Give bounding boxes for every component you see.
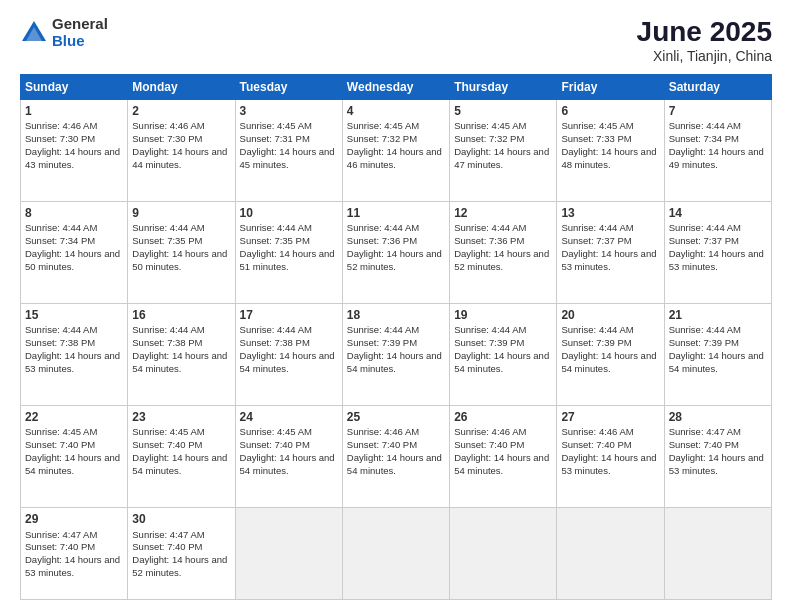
calendar-cell: 28Sunrise: 4:47 AMSunset: 7:40 PMDayligh…	[664, 406, 771, 508]
day-number: 10	[240, 205, 338, 221]
calendar-cell: 29Sunrise: 4:47 AMSunset: 7:40 PMDayligh…	[21, 508, 128, 600]
day-number: 11	[347, 205, 445, 221]
week-row: 22Sunrise: 4:45 AMSunset: 7:40 PMDayligh…	[21, 406, 772, 508]
day-number: 24	[240, 409, 338, 425]
calendar-cell: 22Sunrise: 4:45 AMSunset: 7:40 PMDayligh…	[21, 406, 128, 508]
daylight-label: Daylight: 14 hours and 46 minutes.	[347, 146, 442, 170]
day-header: Thursday	[450, 75, 557, 100]
calendar-cell: 9Sunrise: 4:44 AMSunset: 7:35 PMDaylight…	[128, 202, 235, 304]
sunset-label: Sunset: 7:40 PM	[561, 439, 631, 450]
day-number: 4	[347, 103, 445, 119]
sunrise-label: Sunrise: 4:44 AM	[132, 324, 204, 335]
calendar-cell: 18Sunrise: 4:44 AMSunset: 7:39 PMDayligh…	[342, 304, 449, 406]
calendar-cell: 20Sunrise: 4:44 AMSunset: 7:39 PMDayligh…	[557, 304, 664, 406]
sunset-label: Sunset: 7:40 PM	[240, 439, 310, 450]
day-number: 2	[132, 103, 230, 119]
sunset-label: Sunset: 7:37 PM	[561, 235, 631, 246]
sunrise-label: Sunrise: 4:45 AM	[454, 120, 526, 131]
sunrise-label: Sunrise: 4:47 AM	[132, 529, 204, 540]
daylight-label: Daylight: 14 hours and 43 minutes.	[25, 146, 120, 170]
sunset-label: Sunset: 7:32 PM	[454, 133, 524, 144]
calendar-cell: 15Sunrise: 4:44 AMSunset: 7:38 PMDayligh…	[21, 304, 128, 406]
sunrise-label: Sunrise: 4:44 AM	[347, 324, 419, 335]
sunset-label: Sunset: 7:38 PM	[240, 337, 310, 348]
calendar-cell	[235, 508, 342, 600]
day-number: 28	[669, 409, 767, 425]
header-row: SundayMondayTuesdayWednesdayThursdayFrid…	[21, 75, 772, 100]
daylight-label: Daylight: 14 hours and 54 minutes.	[240, 350, 335, 374]
week-row: 15Sunrise: 4:44 AMSunset: 7:38 PMDayligh…	[21, 304, 772, 406]
calendar-cell: 13Sunrise: 4:44 AMSunset: 7:37 PMDayligh…	[557, 202, 664, 304]
calendar-cell	[450, 508, 557, 600]
daylight-label: Daylight: 14 hours and 54 minutes.	[454, 350, 549, 374]
sunset-label: Sunset: 7:32 PM	[347, 133, 417, 144]
day-number: 20	[561, 307, 659, 323]
sunrise-label: Sunrise: 4:44 AM	[669, 324, 741, 335]
calendar-cell: 1Sunrise: 4:46 AMSunset: 7:30 PMDaylight…	[21, 100, 128, 202]
daylight-label: Daylight: 14 hours and 54 minutes.	[561, 350, 656, 374]
calendar-cell: 24Sunrise: 4:45 AMSunset: 7:40 PMDayligh…	[235, 406, 342, 508]
sunset-label: Sunset: 7:35 PM	[132, 235, 202, 246]
calendar-cell: 26Sunrise: 4:46 AMSunset: 7:40 PMDayligh…	[450, 406, 557, 508]
logo-icon	[20, 19, 48, 47]
sunset-label: Sunset: 7:39 PM	[561, 337, 631, 348]
sunset-label: Sunset: 7:40 PM	[454, 439, 524, 450]
daylight-label: Daylight: 14 hours and 53 minutes.	[561, 452, 656, 476]
calendar-cell	[664, 508, 771, 600]
day-number: 23	[132, 409, 230, 425]
sunrise-label: Sunrise: 4:44 AM	[132, 222, 204, 233]
day-number: 15	[25, 307, 123, 323]
logo-general: General	[52, 16, 108, 33]
day-number: 6	[561, 103, 659, 119]
daylight-label: Daylight: 14 hours and 48 minutes.	[561, 146, 656, 170]
daylight-label: Daylight: 14 hours and 51 minutes.	[240, 248, 335, 272]
day-number: 14	[669, 205, 767, 221]
calendar-cell: 3Sunrise: 4:45 AMSunset: 7:31 PMDaylight…	[235, 100, 342, 202]
sunset-label: Sunset: 7:40 PM	[132, 541, 202, 552]
sunset-label: Sunset: 7:34 PM	[669, 133, 739, 144]
day-number: 16	[132, 307, 230, 323]
calendar-cell: 19Sunrise: 4:44 AMSunset: 7:39 PMDayligh…	[450, 304, 557, 406]
logo-blue: Blue	[52, 33, 108, 50]
logo-text: General Blue	[52, 16, 108, 49]
daylight-label: Daylight: 14 hours and 50 minutes.	[132, 248, 227, 272]
daylight-label: Daylight: 14 hours and 54 minutes.	[132, 452, 227, 476]
daylight-label: Daylight: 14 hours and 52 minutes.	[347, 248, 442, 272]
day-number: 13	[561, 205, 659, 221]
sunset-label: Sunset: 7:37 PM	[669, 235, 739, 246]
day-header: Monday	[128, 75, 235, 100]
calendar-cell: 5Sunrise: 4:45 AMSunset: 7:32 PMDaylight…	[450, 100, 557, 202]
sunset-label: Sunset: 7:36 PM	[454, 235, 524, 246]
calendar-cell: 6Sunrise: 4:45 AMSunset: 7:33 PMDaylight…	[557, 100, 664, 202]
day-number: 26	[454, 409, 552, 425]
sunrise-label: Sunrise: 4:44 AM	[561, 222, 633, 233]
calendar-cell	[342, 508, 449, 600]
sunrise-label: Sunrise: 4:45 AM	[561, 120, 633, 131]
sunrise-label: Sunrise: 4:44 AM	[669, 222, 741, 233]
daylight-label: Daylight: 14 hours and 53 minutes.	[25, 350, 120, 374]
calendar-cell: 8Sunrise: 4:44 AMSunset: 7:34 PMDaylight…	[21, 202, 128, 304]
daylight-label: Daylight: 14 hours and 49 minutes.	[669, 146, 764, 170]
calendar-cell: 30Sunrise: 4:47 AMSunset: 7:40 PMDayligh…	[128, 508, 235, 600]
sunrise-label: Sunrise: 4:45 AM	[240, 426, 312, 437]
day-header: Wednesday	[342, 75, 449, 100]
day-number: 18	[347, 307, 445, 323]
title-location: Xinli, Tianjin, China	[637, 48, 772, 64]
calendar-cell: 25Sunrise: 4:46 AMSunset: 7:40 PMDayligh…	[342, 406, 449, 508]
title-block: June 2025 Xinli, Tianjin, China	[637, 16, 772, 64]
calendar-cell: 2Sunrise: 4:46 AMSunset: 7:30 PMDaylight…	[128, 100, 235, 202]
week-row: 8Sunrise: 4:44 AMSunset: 7:34 PMDaylight…	[21, 202, 772, 304]
calendar-cell: 17Sunrise: 4:44 AMSunset: 7:38 PMDayligh…	[235, 304, 342, 406]
sunset-label: Sunset: 7:36 PM	[347, 235, 417, 246]
day-number: 22	[25, 409, 123, 425]
daylight-label: Daylight: 14 hours and 53 minutes.	[669, 248, 764, 272]
calendar-cell	[557, 508, 664, 600]
sunrise-label: Sunrise: 4:46 AM	[132, 120, 204, 131]
sunset-label: Sunset: 7:40 PM	[669, 439, 739, 450]
sunset-label: Sunset: 7:38 PM	[25, 337, 95, 348]
daylight-label: Daylight: 14 hours and 54 minutes.	[347, 350, 442, 374]
sunset-label: Sunset: 7:31 PM	[240, 133, 310, 144]
title-month: June 2025	[637, 16, 772, 48]
sunrise-label: Sunrise: 4:45 AM	[25, 426, 97, 437]
daylight-label: Daylight: 14 hours and 47 minutes.	[454, 146, 549, 170]
